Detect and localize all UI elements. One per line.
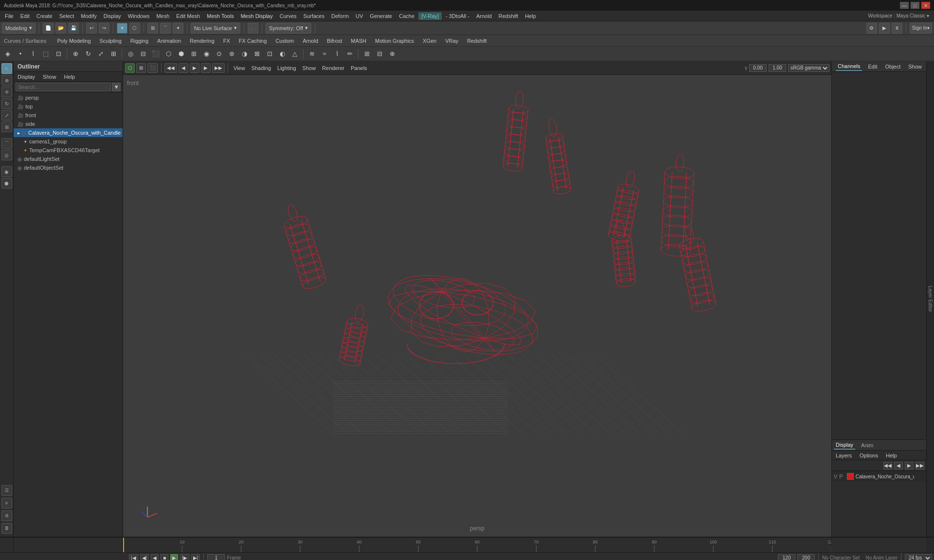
menu-file[interactable]: File	[2, 12, 17, 20]
render-settings-button[interactable]: ⚙	[866, 23, 877, 34]
vp-menu-lighting[interactable]: Lighting	[275, 65, 299, 71]
outliner-item-top[interactable]: 🎥 top	[14, 102, 123, 111]
outliner-item-front[interactable]: 🎥 front	[14, 111, 123, 120]
select-mode-button[interactable]: ◈	[2, 48, 14, 60]
rotate-tool-left[interactable]: ↻	[1, 98, 12, 109]
camera-button[interactable]: 🎥	[248, 23, 258, 34]
tab-fx[interactable]: FX	[219, 37, 234, 45]
outliner-help-menu[interactable]: Help	[62, 73, 77, 80]
menu-modify[interactable]: Modify	[78, 12, 99, 20]
outliner-item-tempcam[interactable]: ✦ TempCamFBXASCD46Target	[19, 146, 123, 155]
close-button[interactable]: ✕	[921, 2, 930, 9]
attribute-editor-btn[interactable]: ≡	[1, 498, 12, 508]
play-fwd-button[interactable]: ▶	[170, 554, 178, 560]
menu-uv[interactable]: UV	[353, 12, 366, 20]
bevel-button[interactable]: ⬢	[175, 48, 187, 60]
display-layer-tab[interactable]: Display	[834, 441, 855, 450]
anim-layer-tab[interactable]: Anim	[859, 441, 875, 449]
layer-prev-prev-button[interactable]: ◀◀	[883, 462, 892, 470]
combine-button[interactable]: ⊞	[361, 48, 373, 60]
snap-curve-button[interactable]: ⌒	[160, 23, 171, 34]
vp-wireframe-button[interactable]: ⊞	[136, 63, 146, 73]
tab-arnold[interactable]: Arnold	[299, 37, 322, 45]
menu-mesh[interactable]: Mesh	[153, 12, 172, 20]
scale-tool-left[interactable]: ⤢	[1, 110, 12, 121]
tab-redshift[interactable]: Redshift	[463, 37, 490, 45]
wedge-button[interactable]: ◑	[238, 48, 250, 60]
object-tab[interactable]: Object	[883, 63, 902, 70]
smooth-button[interactable]: ≋	[306, 48, 318, 60]
save-file-button[interactable]: 💾	[68, 23, 79, 34]
menu-curves[interactable]: Curves	[277, 12, 300, 20]
playhead[interactable]	[123, 538, 124, 552]
tab-mash[interactable]: MASH	[347, 37, 370, 45]
stop-button[interactable]: ■	[161, 554, 168, 560]
menu-edit[interactable]: Edit	[18, 12, 33, 20]
new-file-button[interactable]: 📄	[43, 23, 54, 34]
extrude-button[interactable]: ⬡	[162, 48, 174, 60]
tab-animation[interactable]: Animation	[153, 37, 185, 45]
menu-mesh-tools[interactable]: Mesh Tools	[204, 12, 236, 20]
paint-select-button[interactable]: ⊕	[1, 75, 12, 86]
anim-end-input[interactable]	[778, 554, 795, 560]
vp-play-button[interactable]: ▶	[190, 63, 199, 73]
vertex-mode-button[interactable]: •	[15, 48, 26, 60]
outliner-item-side[interactable]: 🎥 side	[14, 120, 123, 128]
append-poly-button[interactable]: ⊡	[264, 48, 275, 60]
snap-point-button[interactable]: ✦	[173, 23, 183, 34]
current-frame-input[interactable]	[207, 554, 225, 560]
range-end-input[interactable]	[797, 554, 815, 560]
vp-menu-shading[interactable]: Shading	[249, 65, 273, 71]
move-tool-button[interactable]: ⊕	[70, 48, 81, 60]
soft-select-left[interactable]: ◉	[1, 166, 12, 177]
boolean-button[interactable]: ⊕	[386, 48, 398, 60]
paint-button[interactable]: ✏	[344, 48, 356, 60]
play-back-button[interactable]: ◀	[151, 554, 159, 560]
menu-display[interactable]: Display	[101, 12, 124, 20]
keep-faces-button[interactable]: ⬛	[150, 48, 162, 60]
tab-poly-modeling[interactable]: Poly Modeling	[53, 37, 94, 45]
menu-surfaces[interactable]: Surfaces	[301, 12, 327, 20]
layer-next-button[interactable]: ▶	[905, 462, 914, 470]
step-fwd-button[interactable]: |▶	[180, 554, 189, 560]
tab-sculpting[interactable]: Sculpting	[96, 37, 126, 45]
sign-in-button[interactable]: Sign In ▾	[910, 23, 932, 34]
relax-button[interactable]: ≈	[319, 48, 330, 60]
object-layer-row[interactable]: V P Calavera_Noche_Oscura_with_	[832, 471, 926, 482]
universal-manipulator-button[interactable]: ⊞	[108, 48, 119, 60]
layer-prev-button[interactable]: ◀	[894, 462, 903, 470]
layer-editor-btn[interactable]: ☰	[1, 485, 12, 496]
snap-grid-button[interactable]: ⊞	[147, 23, 158, 34]
go-end-button[interactable]: ▶|	[191, 554, 200, 560]
symmetry-dropdown[interactable]: Symmetry: Off ▾	[266, 23, 311, 34]
tab-fx-caching[interactable]: FX Caching	[235, 37, 270, 45]
tab-bifrost[interactable]: Bifrost	[323, 37, 346, 45]
outliner-show-menu[interactable]: Show	[41, 73, 58, 80]
fill-hole-button[interactable]: ◐	[276, 48, 288, 60]
outliner-item-calavera[interactable]: ▸ ⬡ Calavera_Noche_Oscura_with_Candle	[14, 128, 123, 137]
tab-rendering[interactable]: Rendering	[186, 37, 218, 45]
vp-step-fwd-button[interactable]: ▶	[201, 63, 211, 73]
menu-cache[interactable]: Cache	[396, 12, 417, 20]
vp-menu-renderer[interactable]: Renderer	[320, 65, 347, 71]
channel-box-btn[interactable]: ≣	[1, 523, 12, 534]
menu-help[interactable]: Help	[522, 12, 539, 20]
vp-menu-panels[interactable]: Panels	[348, 65, 370, 71]
tab-xgen[interactable]: XGen	[419, 37, 440, 45]
no-live-surface-dropdown[interactable]: No Live Surface ▾	[191, 23, 240, 34]
menu-deform[interactable]: Deform	[328, 12, 352, 20]
undo-button[interactable]: ↩	[86, 23, 97, 34]
show-manipulator-left[interactable]: ⊞	[1, 122, 12, 132]
minimize-button[interactable]: —	[900, 2, 909, 9]
menu-arnold[interactable]: Arnold	[473, 12, 495, 20]
tab-vray[interactable]: VRay	[441, 37, 462, 45]
vp-textured-button[interactable]: ⬛	[147, 63, 158, 73]
scale-tool-button[interactable]: ⤢	[95, 48, 107, 60]
go-start-button[interactable]: |◀	[129, 554, 138, 560]
outliner-display-menu[interactable]: Display	[16, 73, 37, 80]
color-space-select[interactable]: sRGB gamma	[788, 64, 829, 72]
vp-shaded-button[interactable]: ⬡	[125, 63, 135, 73]
step-back-button[interactable]: ◀|	[140, 554, 149, 560]
menu-workspace[interactable]: Workspace : Maya Classic ▾	[865, 12, 932, 19]
menu-3dtoall[interactable]: - 3DtoAll -	[443, 12, 472, 20]
